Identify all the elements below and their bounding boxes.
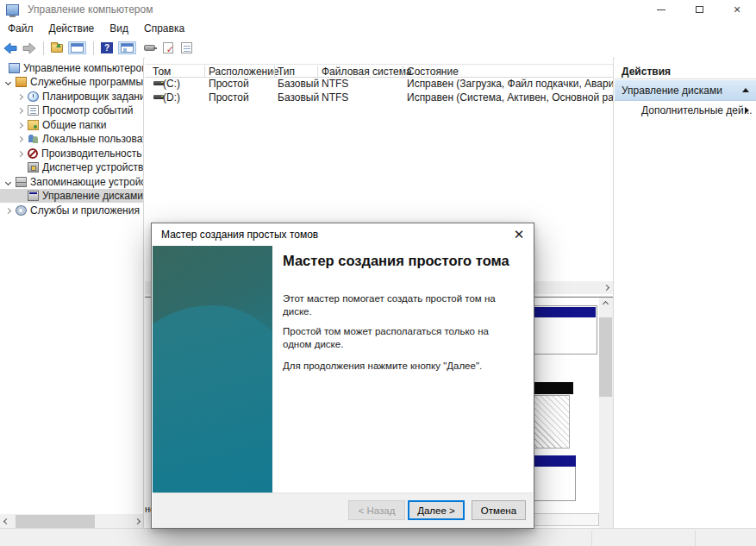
tree-item-performance[interactable]: Производительность [0,147,144,160]
collapse-icon[interactable] [742,88,749,92]
chevron-closed-icon[interactable] [17,93,23,99]
actions-header: Действия [615,64,756,79]
task-scheduler-icon [28,91,39,102]
volume-list-header: Том Расположение Тип Файловая система Со… [145,64,614,78]
toolbar: ? ✓ [0,38,756,59]
column-separator[interactable] [274,66,275,77]
new-simple-volume-wizard-dialog: Мастер создания простых томов ✕ Мастер с… [151,223,534,529]
close-button[interactable]: × [718,0,756,19]
wizard-heading: Мастер создания простого тома [283,253,528,269]
chevron-open-icon[interactable] [5,179,11,185]
column-header-filesystem[interactable]: Файловая система [322,66,412,78]
disk-management-icon [28,191,39,201]
tree-item-task-scheduler[interactable]: Планировщик заданий [0,90,144,104]
show-console-tree-button[interactable] [68,41,86,54]
chevron-left-icon [3,518,9,524]
close-icon: ✕ [514,227,525,242]
chevron-closed-icon[interactable] [17,150,23,156]
services-icon [16,205,27,216]
forward-icon [22,42,36,54]
window-titlebar: Управление компьютером × [0,0,756,19]
dialog-footer: < Назад Далее > Отмена [153,493,533,528]
actions-disk-management-group[interactable]: Управление дисками [615,80,756,101]
chevron-closed-icon[interactable] [17,107,23,113]
volume-row-d[interactable]: (D:) Простой Базовый NTFS Исправен (Сист… [145,91,614,104]
tree-item-computer-management[interactable]: Управление компьютером (л [0,61,144,75]
tree-item-system-tools[interactable]: Служебные программы [0,75,144,89]
menu-view[interactable]: Вид [102,20,136,37]
scroll-right-button[interactable] [131,515,144,528]
chevron-open-icon[interactable] [5,78,11,85]
local-users-icon [28,134,39,144]
scroll-right-button[interactable] [600,281,613,294]
actions-more-actions[interactable]: Дополнительные дей... [615,103,756,118]
show-action-pane-button[interactable] [118,41,136,54]
column-separator[interactable] [403,66,403,77]
column-header-status[interactable]: Состояние [407,66,459,78]
dialog-titlebar: Мастер создания простых томов [152,223,534,246]
scrollbar-thumb[interactable] [16,515,95,528]
scroll-left-button[interactable] [0,515,13,528]
wizard-sidebar-art [153,246,272,493]
graphical-view-vertical-scrollbar[interactable] [599,298,613,528]
status-strip-divider [591,530,592,546]
performance-icon [28,148,38,159]
dialog-close-button[interactable]: ✕ [504,223,534,246]
properties-button[interactable] [181,42,192,53]
document-check-icon: ✓ [163,42,173,53]
menu-help[interactable]: Справка [136,20,192,37]
tree-item-services-apps[interactable]: Службы и приложения [0,204,144,217]
menu-file[interactable]: Файл [0,20,41,37]
tree-item-device-manager[interactable]: Диспетчер устройств [0,160,144,174]
back-button[interactable]: < Назад [348,500,405,520]
chevron-right-icon [134,518,141,524]
menu-bar: Файл Действие Вид Справка [0,19,756,38]
shared-folders-icon [28,120,39,130]
maximize-button[interactable] [680,0,718,19]
actions-panel: Действия Управление дисками Дополнительн… [615,58,756,528]
minimize-button[interactable] [642,0,680,19]
tree-item-storage[interactable]: Запоминающие устройст [0,175,144,189]
column-separator[interactable] [204,66,205,77]
wizard-intro-text: Этот мастер помогает создать простой том… [283,292,524,318]
tree-item-shared-folders[interactable]: Общие папки [0,118,144,132]
next-button[interactable]: Далее > [408,500,465,520]
volume-row-c[interactable]: (C:) Простой Базовый NTFS Исправен (Загр… [145,77,614,91]
storage-devices-icon [16,177,27,187]
scrollbar-thumb[interactable] [599,317,612,397]
menu-action[interactable]: Действие [41,20,103,37]
help-button[interactable]: ? [101,42,113,53]
chevron-closed-icon[interactable] [17,135,23,141]
computer-icon [9,63,20,73]
column-header-type[interactable]: Тип [278,66,295,78]
wizard-body-text-2: Для продолжения нажмите кнопку "Далее". [283,360,524,373]
check-disk-button[interactable]: ✓ [163,42,173,53]
tree-item-event-viewer[interactable]: Просмотр событий [0,104,144,117]
forward-button[interactable] [22,42,36,54]
dialog-title: Мастер создания простых томов [161,229,318,241]
status-strip-divider [695,530,696,546]
chevron-closed-icon[interactable] [17,122,23,128]
tree-horizontal-scrollbar[interactable] [0,514,144,528]
tree-item-disk-management[interactable]: Управление дисками [0,189,144,203]
toolbar-separator [93,41,94,55]
chevron-closed-icon[interactable] [5,207,11,213]
toolbar-separator [43,41,44,55]
export-list-button[interactable] [144,45,155,51]
console-tree-panel: Управление компьютером (л Служебные прог… [0,58,144,528]
export-list-icon [144,45,155,51]
tree-item-local-users[interactable]: Локальные пользовате [0,132,144,146]
device-manager-icon [28,162,39,173]
folder-up-icon [51,44,63,53]
back-button[interactable] [3,42,17,54]
system-tools-icon [16,77,27,87]
chevron-right-icon [603,285,609,291]
app-icon [6,4,19,16]
up-one-level-button[interactable] [51,44,63,53]
cancel-button[interactable]: Отмена [472,500,526,520]
column-separator[interactable] [317,66,318,77]
column-header-layout[interactable]: Расположение [209,66,279,78]
minimize-icon [657,9,665,10]
column-header-volume[interactable]: Том [153,66,171,78]
scroll-up-button[interactable] [599,298,612,311]
